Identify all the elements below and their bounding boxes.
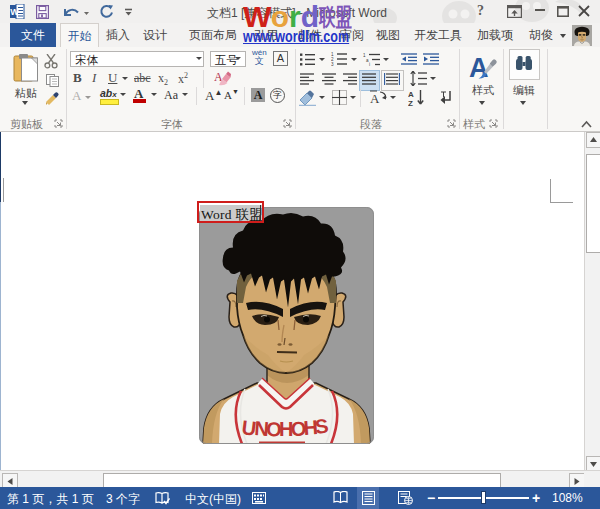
svg-text:A: A [408, 90, 414, 99]
svg-text:W: W [10, 7, 19, 17]
svg-text:Z: Z [408, 99, 413, 106]
svg-text:A: A [370, 91, 380, 106]
svg-text:S: S [314, 415, 330, 438]
svg-text:3: 3 [331, 62, 334, 66]
svg-text:i: i [369, 62, 370, 66]
svg-text:A: A [469, 53, 489, 81]
